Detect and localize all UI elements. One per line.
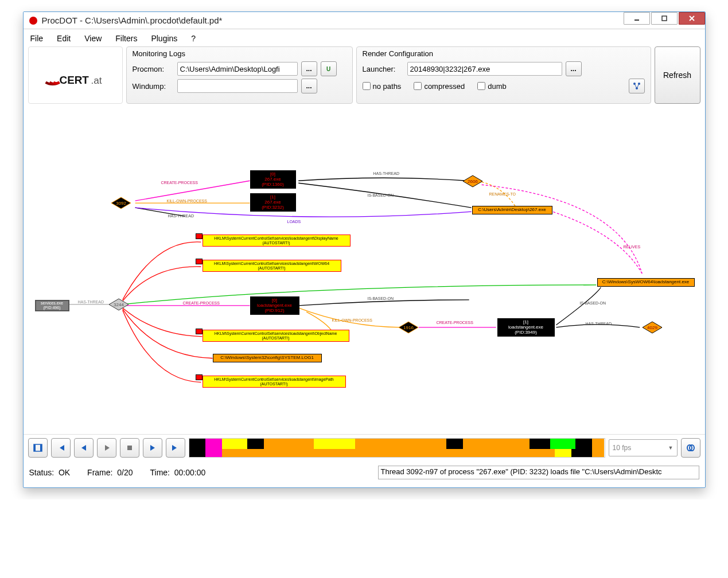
edge-label: HAS-THREAD	[586, 322, 612, 326]
node-267-1[interactable]: [1]267.exe(PID:3232)	[250, 193, 296, 212]
first-frame-button[interactable]	[51, 438, 71, 458]
statusbar: Status: OK Frame: 0/20 Time: 00:00:00 Th…	[24, 461, 705, 487]
node-tid-2606[interactable]: 2606	[462, 175, 483, 188]
refresh-button[interactable]: Refresh	[655, 46, 700, 104]
frame-label: Frame:	[87, 468, 112, 477]
windump-label: Windump:	[133, 82, 174, 91]
playback-bar: 10 fps▼	[24, 434, 705, 461]
node-loadstangent-1[interactable]: [1]loadstangent.exe(PID:3949)	[497, 318, 555, 337]
app-window: ProcDOT - C:\Users\Admin\.procdot\defaul…	[23, 11, 706, 488]
next-frame-button[interactable]	[143, 438, 162, 458]
frame-value: 0/20	[117, 468, 133, 477]
node-file-syswow[interactable]: C:\Windows\SysWOW64\loadstangent.exe	[597, 278, 695, 287]
node-reg-wow64[interactable]: HKLM\System\CurrentControlSet\services\l…	[203, 260, 341, 272]
launcher-input[interactable]	[407, 62, 562, 76]
node-file-syslog[interactable]: C:\Windows\System32\config\SYSTEM.LOG1	[213, 354, 322, 362]
edge-label: RENAMES-TO	[489, 192, 516, 196]
time-label: Time:	[150, 468, 169, 477]
menu-help[interactable]: ?	[191, 34, 196, 43]
procmon-label: Procmon:	[133, 65, 174, 73]
svg-text:3092: 3092	[116, 201, 126, 206]
compressed-checkbox[interactable]: compressed	[414, 82, 465, 91]
edge-label: HAS-THREAD	[168, 214, 194, 218]
menu-filters[interactable]: Filters	[115, 34, 137, 43]
procmon-browse-button[interactable]: ...	[301, 61, 317, 76]
monitoring-logs-title: Monitoring Logs	[133, 49, 347, 58]
folder-icon	[196, 233, 203, 239]
window-title: ProcDOT - C:\Users\Admin\.procdot\defaul…	[42, 15, 622, 25]
svg-line-10	[637, 84, 639, 88]
close-button[interactable]	[679, 12, 705, 25]
node-tid-3244[interactable]: 3244	[108, 298, 129, 311]
monitoring-logs-group: Monitoring Logs Procmon: ... U Windump: …	[126, 46, 353, 104]
svg-rect-29	[40, 444, 42, 451]
svg-text:4029: 4029	[647, 325, 657, 330]
titlebar: ProcDOT - C:\Users\Admin\.procdot\defaul…	[24, 12, 705, 29]
svg-rect-30	[127, 446, 132, 450]
windump-browse-button[interactable]: ...	[301, 79, 317, 93]
edge-label: IS-BASED-ON	[368, 193, 394, 197]
svg-rect-28	[34, 444, 36, 451]
fps-dropdown[interactable]: 10 fps▼	[609, 439, 678, 456]
cert-at-logo: CERT .at	[28, 46, 123, 104]
node-267-0[interactable]: [0]267.exe(PID:1360)	[250, 170, 296, 189]
last-frame-button[interactable]	[166, 438, 185, 458]
stop-button[interactable]	[120, 438, 139, 458]
edge-label: RELIVES	[624, 245, 641, 249]
launcher-browse-button[interactable]: ...	[566, 61, 582, 76]
svg-text:3244: 3244	[114, 302, 124, 307]
node-tid-1916[interactable]: 1916	[398, 321, 419, 334]
edge-label: CREATE-PROCESS	[183, 301, 220, 305]
no-paths-checkbox[interactable]: no paths	[363, 82, 402, 91]
menu-file[interactable]: File	[30, 34, 44, 43]
node-reg-imagepath[interactable]: HKLM\System\CurrentControlSet\services\l…	[203, 376, 346, 388]
node-services[interactable]: services.exe(PID:496)	[35, 300, 69, 311]
edge-label: IS-BASED-ON	[368, 296, 394, 300]
menubar: File Edit View Filters Plugins ?	[24, 29, 705, 46]
dumb-checkbox[interactable]: dumb	[477, 82, 507, 91]
app-icon	[29, 17, 37, 25]
launcher-label: Launcher:	[363, 65, 404, 73]
play-button[interactable]	[97, 438, 116, 458]
edge-label: HAS-THREAD	[78, 300, 104, 304]
graph-canvas[interactable]: services.exe(PID:496) 3092 2606 3244 191…	[24, 107, 705, 434]
time-value: 00:00:00	[174, 468, 206, 477]
folder-icon	[196, 329, 203, 334]
render-config-title: Render Configuration	[363, 49, 645, 58]
edge-label: KILL-OWN-PROCESS	[167, 199, 207, 203]
folder-icon	[196, 374, 203, 380]
graph-edges	[24, 107, 705, 434]
minimize-button[interactable]	[624, 12, 650, 25]
timeline[interactable]	[189, 438, 605, 458]
windump-input[interactable]	[177, 79, 298, 93]
prev-frame-button[interactable]	[74, 438, 94, 458]
menu-edit[interactable]: Edit	[57, 34, 71, 43]
node-reg-displayname[interactable]: HKLM\System\CurrentControlSet\services\l…	[203, 235, 351, 247]
status-value: OK	[59, 468, 70, 477]
film-mode-button[interactable]	[28, 438, 48, 458]
svg-text:2606: 2606	[468, 179, 478, 184]
node-tid-4029[interactable]: 4029	[642, 321, 663, 334]
node-loadstangent-0[interactable]: [0]loadstangent.exe(PID:912)	[250, 296, 299, 315]
menu-plugins[interactable]: Plugins	[151, 34, 177, 43]
edge-label: HAS-THREAD	[373, 171, 400, 175]
node-reg-objectname[interactable]: HKLM\System\CurrentControlSet\services\l…	[203, 330, 349, 342]
procmon-input[interactable]	[177, 62, 298, 76]
svg-rect-1	[662, 16, 667, 21]
edge-label: CREATE-PROCESS	[161, 181, 198, 185]
loop-button[interactable]	[681, 438, 700, 458]
graph-options-button[interactable]	[629, 79, 645, 93]
maximize-button[interactable]	[651, 12, 678, 25]
edge-label: KILL-OWN-PROCESS	[332, 318, 372, 322]
menu-view[interactable]: View	[84, 34, 102, 43]
folder-icon	[196, 259, 203, 264]
status-message: Thread 3092-n97 of process "267.exe" (PI…	[378, 466, 699, 479]
render-config-group: Render Configuration Launcher: ... no pa…	[356, 46, 651, 104]
svg-text:CERT: CERT	[60, 74, 89, 86]
edge-label: LOADS	[287, 220, 301, 224]
node-file-267[interactable]: C:\Users\Admin\Desktop\267.exe	[472, 206, 552, 214]
status-label: Status:	[29, 468, 54, 477]
edge-label: IS-BASED-ON	[580, 301, 606, 305]
node-tid-3092[interactable]: 3092	[111, 197, 131, 209]
procmon-clear-button[interactable]: U	[321, 61, 337, 76]
